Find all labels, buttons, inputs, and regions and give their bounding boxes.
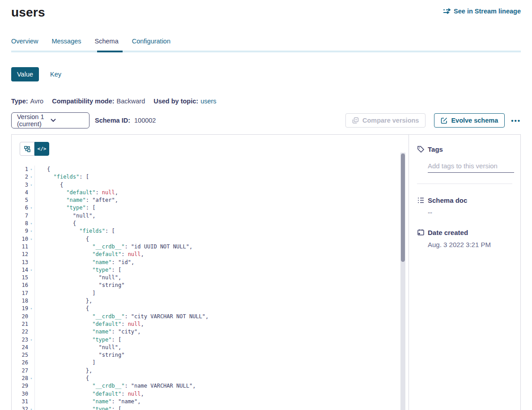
version-select[interactable]: Version 1 (current) <box>11 112 89 128</box>
editor-view-toggle: </> <box>20 142 409 156</box>
evolve-schema-icon <box>441 117 447 124</box>
code-text: ] <box>35 290 95 297</box>
more-actions-button[interactable]: ••• <box>511 117 521 124</box>
line-number: 11 <box>12 243 28 251</box>
fold-toggle-icon[interactable]: ▾ <box>28 181 35 189</box>
code-line: 6▾ "type": [ <box>12 204 409 212</box>
code-text: }, <box>35 367 92 375</box>
evolve-schema-button[interactable]: Evolve schema <box>434 113 505 128</box>
code-line: 3▾ { <box>12 181 409 189</box>
version-bar: Version 1 (current) Schema ID: 100002 Co… <box>11 112 521 128</box>
fold-toggle-icon[interactable]: ▾ <box>28 227 35 235</box>
line-number: 1 <box>12 166 28 173</box>
fold-gutter <box>28 382 35 390</box>
compatibility-value: Backward <box>117 98 145 105</box>
fold-toggle-icon[interactable]: ▾ <box>28 336 35 344</box>
code-text: { <box>35 166 50 173</box>
line-number: 23 <box>12 336 28 344</box>
fold-toggle-icon[interactable]: ▾ <box>28 406 35 410</box>
fold-toggle-icon[interactable]: ▾ <box>28 305 35 312</box>
fold-gutter <box>28 259 35 266</box>
code-line: 22 "name": "city", <box>12 328 409 336</box>
code-text: "__crdb__": "name VARCHAR NULL", <box>35 382 196 390</box>
key-toggle-link[interactable]: Key <box>50 71 61 78</box>
line-number: 31 <box>12 398 28 406</box>
type-value: Avro <box>30 98 44 105</box>
fold-toggle-icon[interactable]: ▾ <box>28 173 35 181</box>
schema-id-value: 100002 <box>134 117 156 124</box>
fold-toggle-icon[interactable]: ▾ <box>28 266 35 274</box>
tab-configuration[interactable]: Configuration <box>132 38 170 51</box>
code-line: 11 "__crdb__": "id UUID NOT NULL", <box>12 243 409 251</box>
line-number: 14 <box>12 266 28 274</box>
code-text: "name": "after", <box>35 196 118 204</box>
code-text: }, <box>35 297 92 305</box>
value-toggle-button[interactable]: Value <box>11 67 39 81</box>
stream-lineage-link[interactable]: See in Stream lineage <box>443 8 521 15</box>
line-number: 5 <box>12 196 28 204</box>
code-view-button[interactable]: </> <box>34 142 49 156</box>
code-text: "fields": [ <box>35 173 89 181</box>
tab-active-indicator <box>97 51 123 52</box>
schema-sidebar: Tags Schema doc -- <box>409 135 520 410</box>
line-number: 15 <box>12 274 28 282</box>
tab-bar: Overview Messages Schema Configuration <box>11 38 521 52</box>
code-line: 19▾ { <box>12 305 409 312</box>
line-number: 12 <box>12 251 28 258</box>
code-text: "default": null, <box>35 320 144 328</box>
date-created-title: Date created <box>428 229 468 236</box>
date-created-value: Aug. 3 2022 3:21 PM <box>428 241 512 248</box>
code-text: "string" <box>35 282 124 289</box>
code-text: "type": [ <box>35 336 121 344</box>
fold-toggle-icon[interactable]: ▾ <box>28 166 35 173</box>
code-line: 25 "string" <box>12 351 409 359</box>
code-line: 26 ] <box>12 359 409 367</box>
stream-lineage-label: See in Stream lineage <box>454 8 521 15</box>
fold-gutter <box>28 189 35 196</box>
line-number: 22 <box>12 328 28 336</box>
code-text: "name": "name", <box>35 398 141 406</box>
code-text: "type": [ <box>35 406 121 410</box>
sidebar-divider <box>417 184 512 184</box>
tree-view-button[interactable] <box>20 142 34 156</box>
tab-messages[interactable]: Messages <box>51 38 81 51</box>
editor-scrollbar-track[interactable] <box>400 153 405 410</box>
fold-gutter <box>28 282 35 289</box>
editor-scrollbar-thumb[interactable] <box>401 154 405 262</box>
fold-gutter <box>28 212 35 220</box>
used-by-topic-link[interactable]: users <box>200 98 216 105</box>
line-number: 4 <box>12 189 28 196</box>
compare-versions-button[interactable]: Compare versions <box>345 113 426 128</box>
schema-panel: </> 1▾{2▾ "fields": [3▾ {4 "default": nu… <box>11 134 521 410</box>
code-text: { <box>35 235 89 243</box>
code-line: 32▾ "type": [ <box>12 406 409 410</box>
code-text: "type": [ <box>35 204 95 212</box>
fold-gutter <box>28 297 35 305</box>
tab-schema[interactable]: Schema <box>95 38 119 51</box>
compatibility-label: Compatibility mode: <box>52 98 114 105</box>
line-number: 25 <box>12 351 28 359</box>
fold-toggle-icon[interactable]: ▾ <box>28 220 35 227</box>
code-text: "null", <box>35 344 121 351</box>
code-text: "default": null, <box>35 251 144 258</box>
line-number: 7 <box>12 212 28 220</box>
schema-kind-toggle: Value Key <box>11 67 521 81</box>
code-text: "fields": [ <box>35 227 115 235</box>
code-text: { <box>35 181 63 189</box>
fold-gutter <box>28 320 35 328</box>
schema-doc-section: Schema doc -- <box>417 196 512 216</box>
tags-input[interactable] <box>428 162 514 173</box>
fold-toggle-icon[interactable]: ▾ <box>28 375 35 382</box>
fold-toggle-icon[interactable]: ▾ <box>28 235 35 243</box>
line-number: 17 <box>12 290 28 297</box>
line-number: 30 <box>12 390 28 398</box>
line-number: 19 <box>12 305 28 312</box>
fold-gutter <box>28 398 35 406</box>
fold-gutter <box>28 359 35 367</box>
code-line: 10▾ { <box>12 235 409 243</box>
code-lines: 1▾{2▾ "fields": [3▾ {4 "default": null,5… <box>12 166 409 410</box>
tab-overview[interactable]: Overview <box>11 38 38 51</box>
code-text: "null", <box>35 212 95 220</box>
code-line: 5 "name": "after", <box>12 196 409 204</box>
fold-toggle-icon[interactable]: ▾ <box>28 204 35 212</box>
